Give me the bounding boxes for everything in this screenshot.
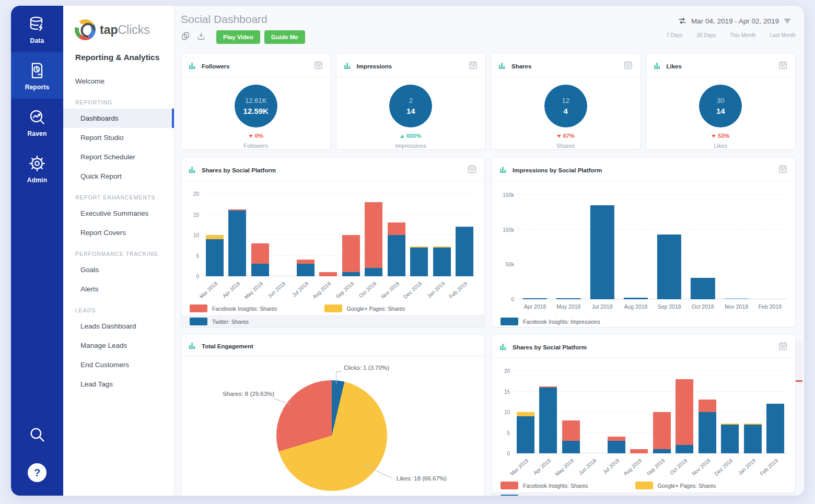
kpi-circle: 12 4: [544, 85, 587, 127]
pie-connector: [336, 371, 336, 384]
sidebar-menu: Welcome REPORTING Dashboards Report Stud…: [63, 72, 174, 394]
kpi-previous-value: 30: [717, 97, 724, 104]
mini-chart-icon: [189, 61, 197, 71]
pie-connector: [336, 371, 342, 372]
search-icon[interactable]: [11, 426, 63, 443]
bottom-row: Total Engagement Clicks: 1 (3.70%) Share…: [181, 334, 796, 496]
sidebar-item-alerts[interactable]: Alerts: [63, 279, 174, 299]
sidebar-item-dashboards[interactable]: Dashboards: [63, 109, 174, 128]
main-content: Social Dashboard Play Video Guide Me Mar…: [174, 6, 804, 496]
kpi-delta: 600%: [336, 133, 486, 139]
arrow-down-icon: [249, 135, 253, 138]
legend-item-facebook-shares[interactable]: Facebook Insights: Shares: [500, 482, 635, 489]
mini-chart-icon: [189, 165, 197, 175]
legend-item-google-shares[interactable]: Google+ Pages: Shares: [635, 482, 770, 489]
bar-chart-shares-bottom[interactable]: 05101520 Mar 2018Apr 2018May 2018Jun 201…: [492, 358, 795, 478]
rail-item-raven[interactable]: Raven: [11, 99, 63, 145]
sidebar: tapClicks Reporting & Analytics Welcome …: [63, 6, 174, 496]
kpi-row: Followers 12.61K 12.59K 0% Followers Imp…: [181, 53, 796, 150]
kpi-metric-label: Likes: [646, 143, 796, 149]
legend-item-twitter-shares[interactable]: Twitter: Shares: [190, 318, 324, 325]
rail-label-data: Data: [11, 37, 63, 44]
download-icon[interactable]: [196, 31, 206, 43]
rail-item-reports[interactable]: Reports: [11, 52, 63, 99]
copy-icon[interactable]: [181, 31, 190, 43]
pie-label-clicks: Clicks: 1 (3.70%): [344, 365, 389, 371]
compare-arrows-icon: [678, 16, 687, 26]
pie-chart[interactable]: [276, 380, 387, 491]
main-header: Social Dashboard Play Video Guide Me Mar…: [181, 13, 796, 46]
legend-item-facebook-impressions[interactable]: Facebook Insights: Impressions: [500, 318, 787, 325]
calendar-icon[interactable]: [778, 60, 788, 72]
rail-spacer: [11, 192, 63, 418]
section-reporting: REPORTING: [63, 91, 174, 109]
calendar-icon[interactable]: [467, 164, 477, 176]
chart-title: Shares by Social Platform: [513, 344, 778, 350]
calendar-icon[interactable]: [313, 60, 323, 72]
magnifier-trend-icon: [11, 108, 63, 126]
rail-item-data[interactable]: Data: [11, 6, 63, 52]
kpi-current-value: 14: [406, 107, 415, 115]
kpi-previous-value: 2: [409, 97, 413, 104]
range-7-days[interactable]: 7 Days: [666, 32, 682, 38]
rail-bottom: ?: [11, 418, 63, 496]
range-last-month[interactable]: Last Month: [770, 32, 796, 38]
chart-title: Total Engagement: [202, 343, 477, 349]
calendar-icon[interactable]: [778, 341, 788, 353]
bar-chart-impressions[interactable]: 050k100k150k Apr 2018May 2018Jul 2018Aug…: [492, 181, 795, 314]
kpi-card-impressions: Impressions 2 14 600% Impressions: [336, 53, 486, 150]
sidebar-item-report-studio[interactable]: Report Studio: [63, 128, 174, 147]
kpi-circle: 30 14: [699, 85, 742, 127]
sidebar-item-report-scheduler[interactable]: Report Scheduler: [63, 147, 174, 167]
range-this-month[interactable]: This Month: [730, 32, 755, 38]
kpi-card-shares: Shares 12 4 67% Shares: [491, 53, 641, 150]
mini-chart-icon: [499, 342, 508, 352]
kpi-metric-label: Shares: [491, 143, 641, 149]
kpi-card-followers: Followers 12.61K 12.59K 0% Followers: [181, 53, 331, 150]
pie-chart-total-engagement[interactable]: Clicks: 1 (3.70%) Shares: 8 (29.63%) Lik…: [181, 356, 484, 496]
sidebar-item-quick-report[interactable]: Quick Report: [63, 167, 174, 186]
arrow-down-icon: [712, 135, 716, 138]
guide-me-button[interactable]: Guide Me: [264, 30, 305, 44]
play-video-button[interactable]: Play Video: [216, 30, 260, 44]
range-30-days[interactable]: 30 Days: [696, 32, 716, 38]
calendar-icon[interactable]: [623, 60, 633, 72]
sidebar-item-manage-leads[interactable]: Manage Leads: [63, 336, 174, 355]
rail-item-admin[interactable]: Admin: [11, 145, 63, 192]
kpi-previous-value: 12: [562, 97, 569, 104]
sidebar-item-report-covers[interactable]: Report Covers: [63, 223, 174, 242]
legend-item-google-shares[interactable]: Google+ Pages: Shares: [324, 304, 459, 312]
sidebar-item-welcome[interactable]: Welcome: [63, 72, 174, 91]
page-title: Social Dashboard: [181, 13, 305, 26]
kpi-card-likes: Likes 30 14 53% Likes: [646, 53, 796, 150]
toolbar: Play Video Guide Me: [181, 30, 305, 44]
sidebar-item-executive-summaries[interactable]: Executive Summaries: [63, 204, 174, 223]
database-icon: [11, 15, 63, 33]
calendar-icon[interactable]: [778, 164, 788, 176]
rail-label-reports: Reports: [11, 84, 63, 91]
chart-card-total-engagement: Total Engagement Clicks: 1 (3.70%) Share…: [181, 334, 485, 496]
sidebar-item-end-customers[interactable]: End Customers: [63, 355, 174, 374]
sidebar-item-lead-tags[interactable]: Lead Tags: [63, 374, 174, 394]
legend-item-twitter-shares[interactable]: Twitter: Shares: [500, 495, 635, 496]
scrollbar-thumb[interactable]: [796, 341, 802, 385]
date-range-text: Mar 04, 2019 - Apr 02, 2019: [691, 17, 779, 25]
legend-item-facebook-shares[interactable]: Facebook Insights: Shares: [190, 304, 324, 312]
kpi-current-value: 14: [716, 107, 725, 115]
calendar-icon[interactable]: [468, 60, 478, 72]
section-performance-tracking: PERFORMANCE TRACKING: [63, 242, 174, 260]
filter-icon: [783, 17, 791, 25]
chart-card-shares-by-platform: Shares by Social Platform 05101520 Mar 2…: [181, 157, 485, 327]
kpi-title: Followers: [202, 63, 313, 69]
date-range-picker[interactable]: Mar 04, 2019 - Apr 02, 2019: [666, 16, 796, 26]
sidebar-item-goals[interactable]: Goals: [63, 260, 174, 279]
gear-icon: [11, 154, 63, 173]
help-icon[interactable]: ?: [28, 463, 46, 482]
bar-chart-shares-top[interactable]: 05101520 Mar 2018Apr 2018May 2018Jun 201…: [181, 181, 484, 301]
scroll-position-marker: [796, 380, 802, 382]
chart-title: Impressions by Social Platform: [513, 167, 778, 173]
kpi-circle: 2 14: [389, 85, 432, 127]
chart-card-shares-by-platform-2: Shares by Social Platform 05101520 Mar 2…: [492, 334, 796, 496]
sidebar-item-leads-dashboard[interactable]: Leads Dashboard: [63, 317, 174, 336]
section-leads: LEADS: [63, 299, 174, 317]
